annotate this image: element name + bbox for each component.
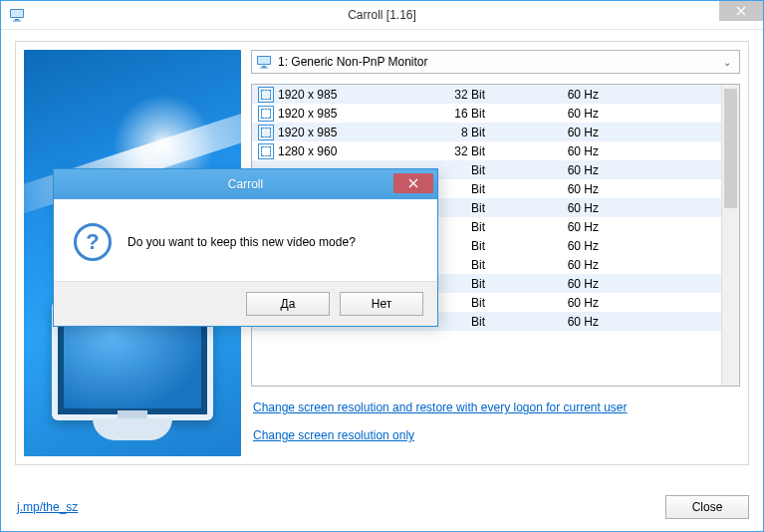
dialog-title: Carroll [54,177,437,191]
color-depth: 32 Bit [380,144,509,158]
color-depth: 32 Bit [380,88,509,102]
refresh-rate: 60 Hz [509,126,638,139]
svg-rect-2 [15,19,19,21]
refresh-rate: 60 Hz [509,163,638,177]
refresh-rate: 60 Hz [509,107,638,121]
svg-rect-7 [260,68,268,69]
scrollbar-thumb[interactable] [724,89,737,208]
monitor-select-text: 1: Generic Non-PnP Monitor [278,55,719,69]
color-depth: 16 Bit [380,107,509,121]
action-links: Change screen resolution and restore wit… [251,387,740,456]
confirm-dialog: Carroll ? Do you want to keep this new v… [53,168,438,327]
refresh-rate: 60 Hz [509,220,638,234]
monitor-select[interactable]: 1: Generic Non-PnP Monitor ⌄ [251,50,740,74]
refresh-rate: 60 Hz [509,144,638,158]
resolution-icon [258,143,274,159]
svg-rect-3 [13,21,21,22]
title-bar: Carroll [1.16] [1,1,763,30]
footer: j.mp/the_sz Close [1,491,763,531]
vendor-link[interactable]: j.mp/the_sz [17,500,78,514]
svg-rect-6 [262,66,266,68]
resolution-row[interactable]: 1920 x 98532 Bit60 Hz [252,85,721,104]
dialog-message: Do you want to keep this new video mode? [127,235,356,249]
refresh-rate: 60 Hz [509,277,638,291]
svg-rect-5 [258,57,270,64]
monitor-icon [256,54,272,70]
close-button[interactable]: Close [665,495,749,519]
resolution-row[interactable]: 1920 x 98516 Bit60 Hz [252,104,721,123]
dialog-yes-button[interactable]: Да [246,292,330,316]
window-title: Carroll [1.16] [1,8,763,22]
resolution-value: 1920 x 985 [278,88,337,102]
refresh-rate: 60 Hz [509,182,638,196]
resolution-value: 1920 x 985 [278,126,337,139]
resolution-value: 1280 x 960 [278,144,337,158]
resolution-icon [258,87,274,103]
chevron-down-icon: ⌄ [719,57,735,68]
app-icon [9,7,25,23]
refresh-rate: 60 Hz [509,201,638,215]
window-close-button[interactable] [719,1,763,21]
refresh-rate: 60 Hz [509,315,638,329]
link-change-only[interactable]: Change screen resolution only [253,428,414,442]
svg-rect-1 [11,10,23,17]
refresh-rate: 60 Hz [509,296,638,310]
refresh-rate: 60 Hz [509,258,638,272]
dialog-close-button[interactable] [393,173,433,193]
refresh-rate: 60 Hz [509,239,638,253]
dialog-title-bar: Carroll [54,169,437,199]
dialog-body: ? Do you want to keep this new video mod… [54,199,437,282]
resolution-row[interactable]: 1920 x 9858 Bit60 Hz [252,123,721,141]
resolution-icon [258,106,274,122]
color-depth: 8 Bit [380,126,509,139]
refresh-rate: 60 Hz [509,88,638,102]
resolution-icon [258,125,274,140]
main-window: Carroll [1.16] 1: Generic Non-PnP Monito… [0,0,764,532]
resolution-row[interactable]: 1280 x 96032 Bit60 Hz [252,141,721,160]
question-icon: ? [74,223,112,261]
dialog-actions: Да Нет [54,282,437,326]
dialog-no-button[interactable]: Нет [340,292,423,316]
link-change-and-restore[interactable]: Change screen resolution and restore wit… [253,400,628,414]
scrollbar[interactable] [721,85,739,386]
resolution-value: 1920 x 985 [278,107,337,121]
